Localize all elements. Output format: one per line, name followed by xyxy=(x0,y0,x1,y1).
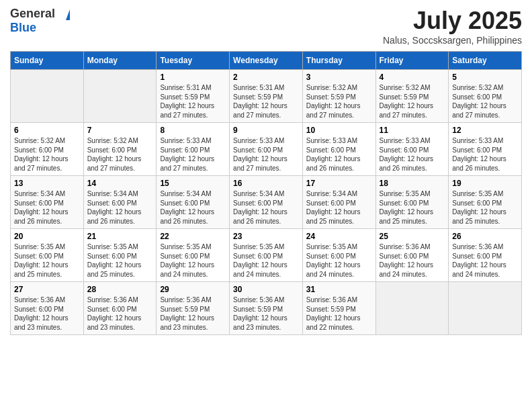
day-info: Sunrise: 5:33 AM Sunset: 6:00 PM Dayligh… xyxy=(233,136,299,173)
table-row xyxy=(375,282,449,335)
sunset-text: Sunset: 5:59 PM xyxy=(233,93,299,102)
day-number: 4 xyxy=(380,73,445,82)
calendar-week-row: 1 Sunrise: 5:31 AM Sunset: 5:59 PM Dayli… xyxy=(11,70,522,123)
table-row: 19 Sunrise: 5:35 AM Sunset: 6:00 PM Dayl… xyxy=(449,176,522,229)
calendar-week-row: 13 Sunrise: 5:34 AM Sunset: 6:00 PM Dayl… xyxy=(11,176,522,229)
daylight-text: Daylight: 12 hours and 23 minutes. xyxy=(233,314,299,332)
svg-marker-0 xyxy=(56,9,70,20)
day-number: 28 xyxy=(87,285,153,294)
table-row: 26 Sunrise: 5:36 AM Sunset: 6:00 PM Dayl… xyxy=(449,229,522,282)
sunrise-text: Sunrise: 5:31 AM xyxy=(160,83,226,93)
day-info: Sunrise: 5:36 AM Sunset: 5:59 PM Dayligh… xyxy=(160,295,226,332)
sunrise-text: Sunrise: 5:32 AM xyxy=(87,136,153,146)
day-info: Sunrise: 5:35 AM Sunset: 6:00 PM Dayligh… xyxy=(233,242,299,279)
table-row: 11 Sunrise: 5:33 AM Sunset: 6:00 PM Dayl… xyxy=(375,123,449,176)
sunset-text: Sunset: 6:00 PM xyxy=(380,199,445,208)
sunset-text: Sunset: 6:00 PM xyxy=(160,252,226,261)
table-row: 13 Sunrise: 5:34 AM Sunset: 6:00 PM Dayl… xyxy=(11,176,84,229)
table-row: 16 Sunrise: 5:34 AM Sunset: 6:00 PM Dayl… xyxy=(230,176,303,229)
daylight-text: Daylight: 12 hours and 27 minutes. xyxy=(233,101,299,120)
sunset-text: Sunset: 6:00 PM xyxy=(452,146,518,155)
daylight-text: Daylight: 12 hours and 24 minutes. xyxy=(452,261,518,279)
daylight-text: Daylight: 12 hours and 24 minutes. xyxy=(233,261,299,279)
day-number: 15 xyxy=(160,179,226,188)
sunrise-text: Sunrise: 5:32 AM xyxy=(452,83,518,93)
sunrise-text: Sunrise: 5:36 AM xyxy=(87,295,153,305)
sunset-text: Sunset: 6:00 PM xyxy=(87,305,153,314)
sunrise-text: Sunrise: 5:33 AM xyxy=(380,136,445,146)
day-number: 11 xyxy=(380,126,445,135)
day-number: 2 xyxy=(233,73,299,82)
table-row: 10 Sunrise: 5:33 AM Sunset: 6:00 PM Dayl… xyxy=(302,123,375,176)
day-info: Sunrise: 5:33 AM Sunset: 6:00 PM Dayligh… xyxy=(160,136,226,173)
table-row: 15 Sunrise: 5:34 AM Sunset: 6:00 PM Dayl… xyxy=(157,176,230,229)
sunset-text: Sunset: 6:00 PM xyxy=(14,146,80,155)
header-wednesday: Wednesday xyxy=(230,52,303,70)
sunset-text: Sunset: 5:59 PM xyxy=(160,93,226,102)
day-info: Sunrise: 5:34 AM Sunset: 6:00 PM Dayligh… xyxy=(306,189,372,226)
day-info: Sunrise: 5:34 AM Sunset: 6:00 PM Dayligh… xyxy=(87,189,153,226)
title-section: July 2025 Nalus, Soccsksargen, Philippin… xyxy=(383,7,522,46)
day-info: Sunrise: 5:36 AM Sunset: 6:00 PM Dayligh… xyxy=(452,242,518,279)
location: Nalus, Soccsksargen, Philippines xyxy=(383,35,522,46)
day-number: 29 xyxy=(160,285,226,294)
sunrise-text: Sunrise: 5:34 AM xyxy=(160,189,226,199)
daylight-text: Daylight: 12 hours and 27 minutes. xyxy=(160,101,226,120)
daylight-text: Daylight: 12 hours and 27 minutes. xyxy=(87,154,153,173)
day-number: 20 xyxy=(14,232,80,241)
day-info: Sunrise: 5:31 AM Sunset: 5:59 PM Dayligh… xyxy=(233,83,299,120)
sunrise-text: Sunrise: 5:35 AM xyxy=(160,242,226,252)
daylight-text: Daylight: 12 hours and 27 minutes. xyxy=(380,101,445,120)
table-row: 23 Sunrise: 5:35 AM Sunset: 6:00 PM Dayl… xyxy=(230,229,303,282)
table-row: 12 Sunrise: 5:33 AM Sunset: 6:00 PM Dayl… xyxy=(449,123,522,176)
day-info: Sunrise: 5:33 AM Sunset: 6:00 PM Dayligh… xyxy=(306,136,372,173)
sunset-text: Sunset: 6:00 PM xyxy=(233,146,299,155)
sunset-text: Sunset: 6:00 PM xyxy=(380,146,445,155)
sunset-text: Sunset: 6:00 PM xyxy=(452,252,518,261)
table-row: 30 Sunrise: 5:36 AM Sunset: 5:59 PM Dayl… xyxy=(230,282,303,335)
day-info: Sunrise: 5:33 AM Sunset: 6:00 PM Dayligh… xyxy=(380,136,445,173)
table-row: 14 Sunrise: 5:34 AM Sunset: 6:00 PM Dayl… xyxy=(83,176,157,229)
table-row: 3 Sunrise: 5:32 AM Sunset: 5:59 PM Dayli… xyxy=(302,70,375,123)
sunrise-text: Sunrise: 5:33 AM xyxy=(306,136,372,146)
daylight-text: Daylight: 12 hours and 27 minutes. xyxy=(452,101,518,120)
daylight-text: Daylight: 12 hours and 27 minutes. xyxy=(306,101,372,120)
day-info: Sunrise: 5:36 AM Sunset: 5:59 PM Dayligh… xyxy=(306,295,372,332)
day-number: 1 xyxy=(160,73,226,82)
sunset-text: Sunset: 5:59 PM xyxy=(306,93,372,102)
day-info: Sunrise: 5:36 AM Sunset: 5:59 PM Dayligh… xyxy=(233,295,299,332)
day-info: Sunrise: 5:32 AM Sunset: 6:00 PM Dayligh… xyxy=(14,136,80,173)
calendar-header-row: Sunday Monday Tuesday Wednesday Thursday… xyxy=(11,52,522,70)
day-number: 18 xyxy=(380,179,445,188)
day-info: Sunrise: 5:33 AM Sunset: 6:00 PM Dayligh… xyxy=(452,136,518,173)
day-info: Sunrise: 5:35 AM Sunset: 6:00 PM Dayligh… xyxy=(380,189,445,226)
day-number: 8 xyxy=(160,126,226,135)
day-number: 9 xyxy=(233,126,299,135)
day-number: 23 xyxy=(233,232,299,241)
table-row: 28 Sunrise: 5:36 AM Sunset: 6:00 PM Dayl… xyxy=(83,282,157,335)
day-number: 30 xyxy=(233,285,299,294)
sunset-text: Sunset: 6:00 PM xyxy=(14,199,80,208)
sunset-text: Sunset: 6:00 PM xyxy=(14,252,80,261)
day-info: Sunrise: 5:36 AM Sunset: 6:00 PM Dayligh… xyxy=(380,242,445,279)
sunset-text: Sunset: 6:00 PM xyxy=(87,252,153,261)
sunset-text: Sunset: 5:59 PM xyxy=(160,305,226,314)
daylight-text: Daylight: 12 hours and 26 minutes. xyxy=(452,154,518,173)
daylight-text: Daylight: 12 hours and 26 minutes. xyxy=(380,154,445,173)
sunset-text: Sunset: 6:00 PM xyxy=(87,199,153,208)
sunrise-text: Sunrise: 5:32 AM xyxy=(380,83,445,93)
day-number: 22 xyxy=(160,232,226,241)
daylight-text: Daylight: 12 hours and 26 minutes. xyxy=(233,208,299,226)
calendar-week-row: 20 Sunrise: 5:35 AM Sunset: 6:00 PM Dayl… xyxy=(11,229,522,282)
sunrise-text: Sunrise: 5:36 AM xyxy=(233,295,299,305)
daylight-text: Daylight: 12 hours and 25 minutes. xyxy=(87,261,153,279)
sunrise-text: Sunrise: 5:36 AM xyxy=(380,242,445,252)
sunrise-text: Sunrise: 5:34 AM xyxy=(233,189,299,199)
day-number: 31 xyxy=(306,285,372,294)
day-number: 27 xyxy=(14,285,80,294)
header-saturday: Saturday xyxy=(449,52,522,70)
day-number: 26 xyxy=(452,232,518,241)
sunrise-text: Sunrise: 5:36 AM xyxy=(14,295,80,305)
daylight-text: Daylight: 12 hours and 26 minutes. xyxy=(14,208,80,226)
month-year: July 2025 xyxy=(383,7,522,35)
